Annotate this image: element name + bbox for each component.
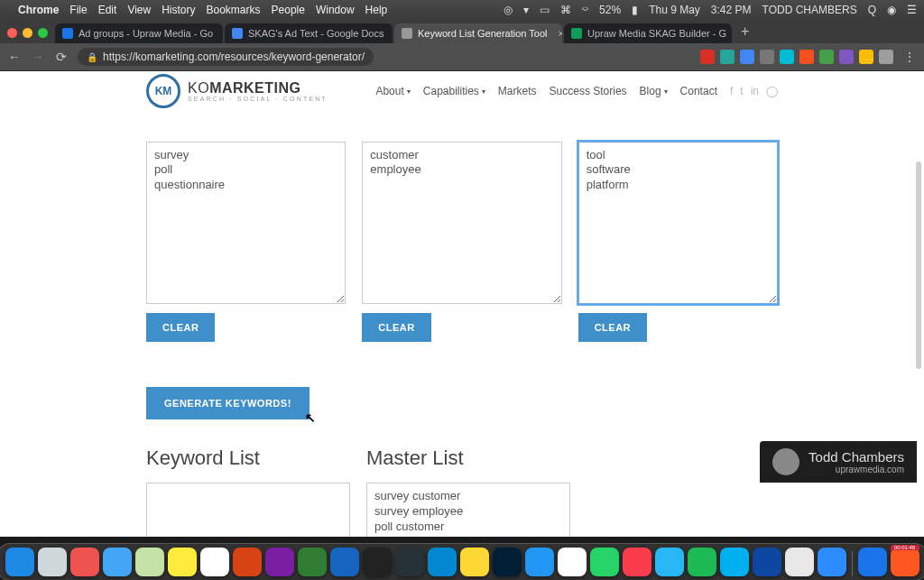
wifi-icon[interactable]: ⌔: [582, 4, 588, 16]
browser-tab-1[interactable]: SKAG's Ad Text - Google Docs×: [225, 23, 393, 43]
dock-app-screenrec[interactable]: [891, 548, 919, 576]
ext-blue-icon[interactable]: [740, 50, 754, 64]
menu-view[interactable]: View: [127, 4, 151, 16]
ext-purple-icon[interactable]: [839, 50, 854, 64]
nav-about[interactable]: About▾: [375, 85, 410, 97]
new-tab-button[interactable]: +: [734, 23, 756, 43]
generate-keywords-button[interactable]: GENERATE KEYWORDS! ↖: [146, 387, 310, 419]
dock-app-notes[interactable]: [168, 548, 197, 576]
ext-teal-icon[interactable]: [720, 50, 735, 64]
dock-app-skype[interactable]: [720, 548, 749, 576]
clear-button-2[interactable]: CLEAR: [362, 313, 430, 342]
close-window-button[interactable]: [7, 28, 17, 38]
keyword-list-heading: Keyword List: [146, 447, 350, 470]
dock-app-chrome[interactable]: [460, 548, 489, 576]
dock-app-maps[interactable]: [135, 548, 164, 576]
fullscreen-window-button[interactable]: [38, 28, 48, 38]
dock-app-zoom[interactable]: [818, 548, 846, 576]
menu-bookmarks[interactable]: Bookmarks: [207, 4, 261, 16]
menubar-date: Thu 9 May: [649, 4, 700, 16]
keyword-list-box[interactable]: [146, 483, 350, 537]
menu-file[interactable]: File: [69, 4, 87, 16]
menu-window[interactable]: Window: [316, 4, 355, 16]
tab-close-icon[interactable]: ×: [559, 28, 563, 39]
extensions-row: [700, 50, 893, 64]
dock-app-spotify[interactable]: [688, 548, 716, 576]
menu-history[interactable]: History: [162, 4, 195, 16]
tab-favicon: [62, 28, 73, 39]
dock-app-pycharm[interactable]: [395, 548, 424, 576]
bluetooth-icon[interactable]: ⌘: [560, 4, 571, 16]
dock-app-whatsapp[interactable]: [590, 548, 619, 576]
menu-help[interactable]: Help: [365, 4, 388, 16]
dock-app-excel[interactable]: [298, 548, 327, 576]
dropbox-icon[interactable]: ▾: [523, 4, 529, 16]
menubar-app[interactable]: Chrome: [18, 4, 59, 16]
dock-app-photoshop[interactable]: [493, 548, 522, 576]
dock-app-slack[interactable]: [785, 548, 814, 576]
browser-tab-3[interactable]: Upraw Media SKAG Builder - G×: [564, 23, 732, 43]
dock-app-adwords[interactable]: [858, 548, 887, 576]
master-list-box[interactable]: survey customer survey employee poll cus…: [366, 483, 570, 537]
instagram-icon[interactable]: ◯: [766, 85, 778, 97]
facebook-icon[interactable]: f: [730, 85, 733, 97]
dock-app-safari[interactable]: [38, 548, 67, 576]
dock-app-calendar[interactable]: [558, 548, 587, 576]
clear-button-3[interactable]: CLEAR: [578, 313, 647, 342]
dock-app-appstore[interactable]: [525, 548, 554, 576]
keyword-input-1[interactable]: [146, 142, 346, 304]
clear-button-1[interactable]: CLEAR: [146, 313, 215, 342]
linkedin-icon[interactable]: in: [751, 85, 759, 97]
nav-success-stories[interactable]: Success Stories: [550, 85, 627, 97]
ext-cyan-icon[interactable]: [780, 50, 794, 64]
site-logo[interactable]: KM KOMARKETING SEARCH · SOCIAL · CONTENT: [146, 74, 328, 108]
tab-favicon: [232, 28, 243, 39]
dock-app-reminders[interactable]: [200, 548, 229, 576]
reload-button[interactable]: ⟳: [54, 50, 69, 64]
page-scrollbar[interactable]: [916, 161, 921, 369]
browser-tab-0[interactable]: Ad groups - Upraw Media - Go×: [55, 23, 223, 43]
dock-app-photos[interactable]: [70, 548, 99, 576]
dock-app-music[interactable]: [623, 548, 651, 576]
cc-icon[interactable]: ◎: [504, 4, 513, 16]
lock-icon: 🔒: [87, 52, 97, 62]
nav-contact[interactable]: Contact: [680, 85, 717, 97]
address-bar[interactable]: 🔒 https://komarketing.com/resources/keyw…: [78, 48, 374, 66]
ext-yellow-icon[interactable]: [859, 50, 873, 64]
menubar-user[interactable]: TODD CHAMBERS: [762, 4, 857, 16]
nav-markets[interactable]: Markets: [498, 85, 537, 97]
back-button[interactable]: ←: [7, 50, 22, 64]
dock-app-word[interactable]: [330, 548, 359, 576]
dock-app-finder[interactable]: [5, 548, 34, 576]
keyword-input-2[interactable]: [362, 142, 561, 304]
nav-capabilities[interactable]: Capabilities▾: [423, 85, 485, 97]
dock-app-terminal[interactable]: [363, 548, 392, 576]
spotlight-icon[interactable]: Q: [868, 4, 876, 16]
dock-app-onedrive[interactable]: [428, 548, 457, 576]
ext-orange-icon[interactable]: [799, 50, 814, 64]
nav-blog[interactable]: Blog▾: [640, 85, 668, 97]
main-nav: About▾Capabilities▾MarketsSuccess Storie…: [375, 85, 778, 97]
ext-green-icon[interactable]: [819, 50, 834, 64]
dock-app-1password[interactable]: [753, 548, 781, 576]
notification-center-icon[interactable]: ☰: [907, 4, 917, 16]
ext-red-icon[interactable]: [700, 50, 715, 64]
tab-favicon: [571, 28, 582, 39]
forward-button[interactable]: →: [31, 50, 45, 64]
dock-app-telegram[interactable]: [655, 548, 684, 576]
minimize-window-button[interactable]: [23, 28, 32, 38]
dock-app-mail[interactable]: [103, 548, 132, 576]
chrome-menu-button[interactable]: ⋮: [902, 50, 917, 64]
menu-edit[interactable]: Edit: [98, 4, 117, 16]
battery-icon[interactable]: ▮: [632, 4, 638, 16]
menu-people[interactable]: People: [272, 4, 305, 16]
twitter-icon[interactable]: t: [740, 85, 743, 97]
keyword-input-3[interactable]: [578, 142, 778, 304]
dock-app-powerpoint[interactable]: [233, 548, 262, 576]
browser-tab-2[interactable]: Keyword List Generation Tool×: [394, 23, 562, 43]
display-icon[interactable]: ▭: [540, 4, 550, 16]
ext-avatar-icon[interactable]: [879, 50, 893, 64]
dock-app-onenote[interactable]: [265, 548, 294, 576]
siri-icon[interactable]: ◉: [887, 4, 896, 16]
ext-gray-icon[interactable]: [760, 50, 774, 64]
